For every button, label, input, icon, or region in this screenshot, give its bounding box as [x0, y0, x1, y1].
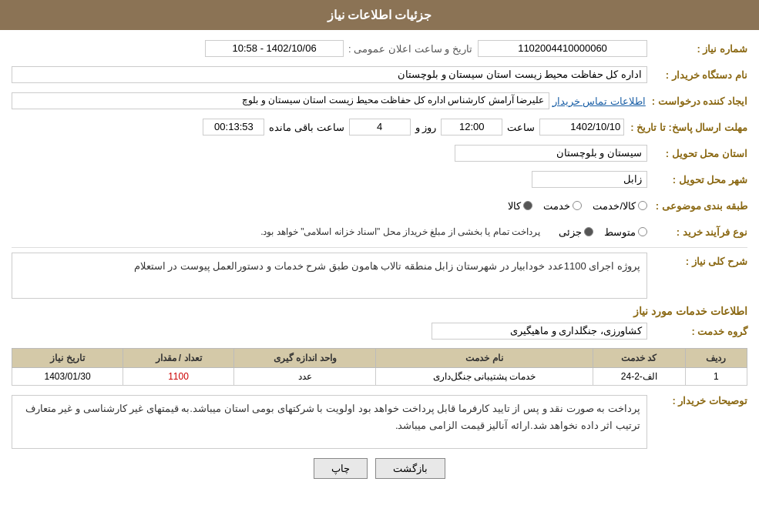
cell-count: 1100	[123, 368, 234, 386]
col-name: نام خدمت	[376, 349, 593, 368]
button-row: بازگشت چاپ	[12, 458, 747, 479]
saat-value: 12:00	[441, 119, 502, 136]
dastgah-row: نام دستگاه خریدار : اداره کل حفاظت محیط …	[12, 64, 747, 85]
mohlat-row: مهلت ارسال پاسخ: تا تاریخ : 1402/10/10 س…	[12, 116, 747, 138]
divider1	[12, 247, 747, 248]
cell-code: الف-2-24	[593, 368, 685, 386]
page-header: جزئیات اطلاعات نیاز	[0, 0, 759, 30]
shahr-label: شهر محل تحویل :	[647, 174, 747, 186]
noe-radio-group: متوسط جزئی پرداخت تمام یا بخشی از مبلغ خ…	[260, 226, 647, 238]
radio-khadamat[interactable]: خدمت	[543, 200, 582, 212]
col-unit: واحد اندازه گیری	[233, 349, 375, 368]
radio-jozvi[interactable]: جزئی	[559, 226, 593, 238]
ostan-label: استان محل تحویل :	[647, 148, 747, 159]
gorohe-label: گروه خدمت :	[647, 326, 747, 337]
noe-label: نوع فرآیند خرید :	[647, 226, 747, 238]
mohlat-label: مهلت ارسال پاسخ: تا تاریخ :	[624, 122, 747, 133]
cell-name: خدمات پشتیبانی جنگل‌داری	[376, 368, 593, 386]
table-row: 1 الف-2-24 خدمات پشتیبانی جنگل‌داری عدد …	[12, 368, 747, 386]
sharh-value: پروژه اجرای 1100عدد خودابیار در شهرستان …	[12, 253, 647, 299]
khadamat-table: ردیف کد خدمت نام خدمت واحد اندازه گیری ت…	[12, 348, 747, 386]
radio-circle-kk	[638, 201, 647, 210]
shahr-value: زابل	[532, 171, 647, 188]
gorohe-row: گروه خدمت : کشاورزی، جنگلداری و ماهیگیری	[12, 320, 747, 342]
col-count: تعداد / مقدار	[123, 349, 234, 368]
radio-label-mot: متوسط	[604, 226, 636, 238]
tarikh-section: تاریخ و ساعت اعلان عمومی : 1402/10/06 - …	[12, 40, 472, 57]
col-radif: ردیف	[685, 349, 747, 368]
shahr-row: شهر محل تحویل : زابل	[12, 169, 747, 190]
radio-kala[interactable]: کالا	[508, 200, 532, 212]
radio-motavasset[interactable]: متوسط	[604, 226, 647, 238]
tarikh-value: 1402/10/06 - 10:58	[205, 40, 344, 57]
shomara-value: 1102004410000060	[478, 40, 647, 57]
khadamat-section-title: اطلاعات خدمات مورد نیاز	[12, 305, 747, 317]
date1-value: 1402/10/10	[539, 119, 624, 136]
dastgah-label: نام دستگاه خریدار :	[647, 69, 747, 81]
notes-value: پرداخت به صورت نقد و پس از تایید کارفرما…	[12, 395, 647, 449]
radio-label-k: خدمت	[543, 200, 570, 212]
radio-circle-mot	[638, 227, 647, 236]
bazgasht-button[interactable]: بازگشت	[375, 458, 445, 479]
tabaghe-row: طبقه بندی موضوعی : کالا/خدمت خدمت کالا	[12, 195, 747, 216]
baqi-label-text: ساعت باقی مانده	[269, 122, 344, 133]
tarikh-label: تاریخ و ساعت اعلان عمومی :	[348, 43, 472, 55]
noe-row: نوع فرآیند خرید : متوسط جزئی پرداخت تمام…	[12, 221, 747, 243]
cell-radif: 1	[685, 368, 747, 386]
ijad-row: ایجاد کننده درخواست : اطلاعات تماس خریدا…	[12, 90, 747, 112]
page-title: جزئیات اطلاعات نیاز	[327, 8, 432, 22]
roz-value: 4	[349, 119, 411, 136]
cell-date: 1403/01/30	[12, 368, 123, 386]
mohlat-fields: 1402/10/10 ساعت 12:00 روز و 4 ساعت باقی …	[12, 119, 624, 136]
sharh-label: شرح کلی نیاز :	[647, 253, 747, 267]
dastgah-value: اداره کل حفاظت محیط زیست استان سیستان و …	[12, 66, 647, 83]
cell-unit: عدد	[233, 368, 375, 386]
tabaghe-radio-group: کالا/خدمت خدمت کالا	[508, 200, 647, 212]
radio-label-kala: کالا	[508, 200, 521, 212]
radio-label-kk: کالا/خدمت	[593, 200, 636, 212]
ijad-link[interactable]: اطلاعات تماس خریدار	[552, 95, 646, 107]
radio-circle-joz	[584, 227, 593, 236]
saat-label-text: ساعت	[507, 122, 535, 133]
noe-description: پرداخت تمام یا بخشی از مبلغ خریداز محل "…	[260, 226, 540, 237]
col-code: کد خدمت	[593, 349, 685, 368]
radio-circle-k	[573, 201, 582, 210]
khadamat-table-section: ردیف کد خدمت نام خدمت واحد اندازه گیری ت…	[12, 348, 747, 386]
sharh-row: شرح کلی نیاز : پروژه اجرای 1100عدد خوداب…	[12, 253, 747, 299]
ostan-row: استان محل تحویل : سیستان و بلوچستان	[12, 142, 747, 164]
chap-button[interactable]: چاپ	[314, 458, 368, 479]
notes-label: توصیحات خریدار :	[647, 392, 747, 407]
ijad-label: ایجاد کننده درخواست :	[646, 95, 747, 107]
shomara-row: شماره نیاز : 1102004410000060 تاریخ و سا…	[12, 38, 747, 59]
col-date: تاریخ نیاز	[12, 349, 123, 368]
radio-label-joz: جزئی	[559, 226, 582, 238]
gorohe-value: کشاورزی، جنگلداری و ماهیگیری	[432, 323, 647, 340]
roz-label-text: روز و	[415, 122, 437, 133]
table-header-row: ردیف کد خدمت نام خدمت واحد اندازه گیری ت…	[12, 349, 747, 368]
radio-kala-khadamat[interactable]: کالا/خدمت	[593, 200, 647, 212]
ostan-value: سیستان و بلوچستان	[455, 145, 647, 162]
ijad-value: علیرضا آرامش کارشناس اداره کل حفاظت محیط…	[12, 92, 549, 109]
tabaghe-label: طبقه بندی موضوعی :	[647, 200, 747, 212]
baqi-value: 00:13:53	[203, 119, 264, 136]
notes-row: توصیحات خریدار : پرداخت به صورت نقد و پس…	[12, 392, 747, 449]
radio-circle-kala	[523, 201, 532, 210]
shomara-label: شماره نیاز :	[647, 43, 747, 55]
